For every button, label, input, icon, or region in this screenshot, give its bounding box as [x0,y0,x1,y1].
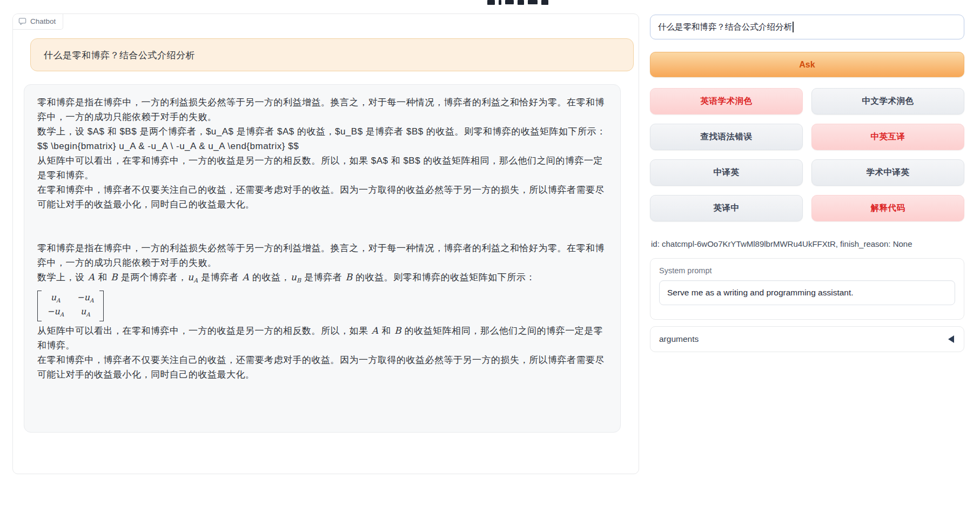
quick-button-explain-code[interactable]: 解释代码 [811,195,964,221]
text-run: 从矩阵中可以看出，在零和博弈中，一方的收益是另一方的相反数。所以，如果 [37,326,371,336]
chatbot-panel: Chatbot 什么是零和博弈？结合公式介绍分析 零和博弈是指在博弈中，一方的利… [12,14,639,474]
clipped-glyph [541,0,548,5]
math-var: A [88,272,95,282]
bot-message-bubble: 零和博弈是指在博弈中，一方的利益损失必然等于另一方的利益增益。换言之，对于每一种… [24,84,621,433]
math-var: B [394,325,402,336]
chatbot-panel-label: Chatbot [13,14,63,30]
text-run: 的收益， [250,272,290,282]
bot-raw-answer: 零和博弈是指在博弈中，一方的利益损失必然等于另一方的利益增益。换言之，对于每一种… [37,95,607,212]
quick-button-grammar-check[interactable]: 查找语法错误 [650,124,803,150]
text-run: 是两个博弈者， [118,272,187,282]
quick-action-grid: 英语学术润色 中文学术润色 查找语法错误 中英互译 中译英 学术中译英 英译中 … [650,88,964,221]
collapse-left-triangle-icon [948,335,954,343]
bot-rendered-paragraph: 从矩阵中可以看出，在零和博弈中，一方的收益是另一方的相反数。所以，如果 A 和 … [37,323,607,353]
text-run: 的收益。则零和博弈的收益矩阵如下所示： [353,272,535,282]
math-var: uA [187,272,198,282]
chatbot-panel-label-text: Chatbot [30,17,56,25]
clipped-glyph [518,0,524,5]
clipped-glyph [487,0,495,5]
user-message-text: 什么是零和博弈？结合公式介绍分析 [44,50,195,60]
matrix-cell: uA [47,292,64,306]
bot-raw-paragraph: 从矩阵中可以看出，在零和博弈中，一方的收益是另一方的相反数。所以，如果 $A$ … [37,153,607,183]
quick-button-chinese-polish[interactable]: 中文学术润色 [811,88,964,114]
paragraph-gap [37,212,607,241]
bot-raw-paragraph: 数学上，设 $A$ 和 $B$ 是两个博弈者，$u_A$ 是博弈者 $A$ 的收… [37,124,607,139]
matrix-cell: −uA [77,292,93,306]
bot-rendered-paragraph: 零和博弈是指在博弈中，一方的利益损失必然等于另一方的利益增益。换言之，对于每一种… [37,241,607,270]
question-input[interactable]: 什么是零和博弈？结合公式介绍分析 [650,15,964,39]
clipped-glyph [499,0,501,5]
math-var: A [242,272,250,282]
quick-button-academic-zh-en[interactable]: 学术中译英 [811,159,964,186]
quick-button-zh-en-mutual[interactable]: 中英互译 [811,124,964,150]
matrix-cell: −uA [47,306,64,320]
quick-button-label: 英语学术润色 [701,96,753,107]
arguments-accordion[interactable]: arguments [650,326,964,352]
ask-button-label: Ask [799,60,815,70]
math-var: B [345,272,353,282]
quick-button-label: 解释代码 [871,203,905,214]
system-prompt-card: System prompt Serve me as a writing and … [650,258,964,320]
quick-button-label: 中英互译 [871,131,905,143]
bot-rendered-answer: 零和博弈是指在博弈中，一方的利益损失必然等于另一方的利益增益。换言之，对于每一种… [37,241,607,382]
text-run: 是博弈者 [301,272,345,282]
quick-button-label: 查找语法错误 [701,131,753,143]
text-caret [793,22,794,32]
bot-raw-paragraph: 零和博弈是指在博弈中，一方的利益损失必然等于另一方的利益增益。换言之，对于每一种… [37,95,607,124]
bot-raw-latex-line: $$ \begin{bmatrix} u_A & -u_A \ -u_A & u… [37,139,607,153]
text-run: 和 [379,326,394,336]
math-var: uB [290,272,301,282]
system-prompt-input[interactable]: Serve me as a writing and programming as… [659,280,955,305]
quick-button-zh-to-en[interactable]: 中译英 [650,159,803,186]
system-prompt-label: System prompt [659,266,955,275]
quick-button-label: 中译英 [714,167,740,178]
matrix-cell: uA [77,306,93,320]
clipped-glyph [505,0,514,4]
question-input-value: 什么是零和博弈？结合公式介绍分析 [658,22,792,33]
math-var: A [371,325,379,336]
system-prompt-value: Serve me as a writing and programming as… [667,288,854,298]
arguments-accordion-label: arguments [659,334,699,344]
matrix-left-bracket [37,291,42,321]
quick-button-label: 英译中 [714,203,740,214]
text-run: 数学上，设 [37,272,88,282]
bot-rendered-paragraph: 在零和博弈中，博弈者不仅要关注自己的收益，还需要考虑对手的收益。因为一方取得的收… [37,353,607,382]
bot-rendered-math-intro: 数学上，设 A 和 B 是两个博弈者，uA 是博弈者 A 的收益，uB 是博弈者… [37,270,607,288]
speech-bubble-icon [18,17,26,25]
ask-button[interactable]: Ask [650,52,964,77]
quick-button-english-polish[interactable]: 英语学术润色 [650,88,803,114]
user-message-bubble: 什么是零和博弈？结合公式介绍分析 [30,38,634,71]
payoff-matrix: uA −uA −uA uA [37,291,104,321]
text-run: 和 [95,272,110,282]
clipped-glyph [528,0,538,4]
quick-button-label: 中文学术润色 [862,96,914,107]
response-status-line: id: chatcmpl-6wOo7KrYTwMl89lbrMWRu4UkFFX… [651,239,964,248]
math-var: B [110,272,118,282]
matrix-right-bracket [99,291,104,321]
bot-raw-paragraph: 在零和博弈中，博弈者不仅要关注自己的收益，还需要考虑对手的收益。因为一方取得的收… [37,183,607,212]
text-run: 是博弈者 [198,272,241,282]
clipped-page-title [487,0,555,5]
quick-button-en-to-zh[interactable]: 英译中 [650,195,803,221]
quick-button-label: 学术中译英 [867,167,910,178]
